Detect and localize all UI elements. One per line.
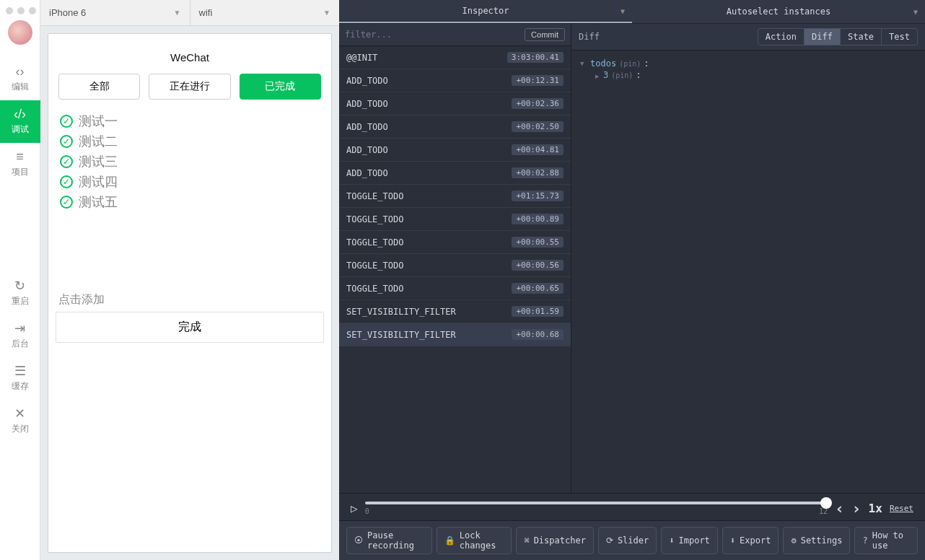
avatar[interactable]	[8, 20, 32, 45]
filter-input[interactable]	[345, 30, 519, 40]
toolbar-button[interactable]: ⌘Dispatcher	[516, 527, 593, 554]
chevron-down-icon: ▼	[174, 9, 181, 17]
seg-action[interactable]: Action	[758, 29, 804, 45]
toolbar-button[interactable]: ?How to use	[854, 527, 918, 554]
action-row[interactable]: TOGGLE_TODO+01:15.73	[339, 185, 571, 208]
tab-autoselect[interactable]: Autoselect instances ▼	[632, 0, 925, 23]
filter-row: Commit	[339, 24, 571, 46]
tab-inspector[interactable]: Inspector ▼	[339, 0, 632, 23]
add-placeholder[interactable]: 点击添加	[56, 292, 324, 312]
sidebar-item-restart[interactable]: ↻ 重启	[0, 272, 40, 315]
tab-label: Inspector	[339, 6, 632, 16]
seg-diff[interactable]: Diff	[804, 29, 840, 45]
action-row[interactable]: TOGGLE_TODO+00:00.55	[339, 231, 571, 254]
tool-icon: ⬇	[669, 535, 674, 546]
tool-icon: ⦿	[354, 535, 363, 546]
device-topbar: iPhone 6 ▼ wifi ▼	[40, 0, 339, 26]
sidebar-item-project[interactable]: ≡ 项目	[0, 143, 40, 185]
todo-item[interactable]: ✓测试二	[60, 131, 320, 152]
todo-item[interactable]: ✓测试一	[60, 111, 320, 131]
action-name: TOGGLE_TODO	[346, 191, 403, 201]
toolbar-button[interactable]: ⬇Export	[722, 527, 779, 554]
play-icon[interactable]: ▷	[351, 502, 358, 515]
action-time: +00:02.50	[512, 121, 564, 132]
sidebar-label: 后台	[12, 338, 29, 350]
sidebar-label: 调试	[12, 123, 29, 136]
action-time: 3:03:00.41	[507, 52, 564, 63]
action-row[interactable]: @@INIT3:03:00.41	[339, 46, 571, 69]
action-time: +00:02.36	[512, 98, 564, 109]
reset-link[interactable]: Reset	[890, 504, 913, 513]
pin-label: (pin)	[611, 71, 633, 79]
menu-icon: ≡	[16, 150, 24, 163]
network-select[interactable]: wifi ▼	[190, 0, 340, 25]
tool-label: Settings	[801, 535, 843, 546]
todo-text: 测试二	[79, 133, 118, 150]
state-tree: ▼ todos (pin): ▼ 3 (pin):	[571, 51, 925, 88]
action-time: +00:02.88	[512, 167, 564, 178]
sidebar-label: 缓存	[12, 380, 29, 393]
next-icon[interactable]: ›	[851, 499, 861, 517]
action-name: @@INIT	[346, 53, 377, 63]
action-row[interactable]: SET_VISIBILITY_FILTER+00:00.68	[339, 323, 571, 346]
tree-node[interactable]: ▼ 3 (pin):	[580, 69, 916, 81]
action-row[interactable]: ADD_TODO+00:02.50	[339, 115, 571, 139]
todo-item[interactable]: ✓测试四	[60, 172, 320, 192]
action-name: TOGGLE_TODO	[346, 284, 403, 294]
timeline-slider[interactable]: 0 12	[365, 502, 828, 515]
code-icon: ‹›	[16, 65, 25, 78]
sidebar-item-debug[interactable]: ‹/› 调试	[0, 100, 40, 143]
sidebar-item-cache[interactable]: ☰ 缓存	[0, 357, 40, 400]
toolbar-button[interactable]: 🔒Lock changes	[437, 527, 512, 554]
action-row[interactable]: ADD_TODO+00:04.81	[339, 139, 571, 162]
action-row[interactable]: TOGGLE_TODO+00:00.56	[339, 254, 571, 277]
action-row[interactable]: ADD_TODO+00:12.31	[339, 69, 571, 92]
action-row[interactable]: ADD_TODO+00:02.88	[339, 162, 571, 185]
sidebar-item-edit[interactable]: ‹› 编辑	[0, 58, 40, 100]
filter-tab-all[interactable]: 全部	[58, 74, 140, 100]
toolbar-button[interactable]: ⚙Settings	[783, 527, 850, 554]
sidebar-item-background[interactable]: ⇥ 后台	[0, 315, 40, 357]
device-select[interactable]: iPhone 6 ▼	[40, 0, 190, 25]
toolbar-button[interactable]: ⬇Import	[661, 527, 718, 554]
tool-icon: ⌘	[524, 535, 529, 546]
toolbar-button[interactable]: ⟳Slider	[598, 527, 657, 554]
action-row[interactable]: TOGGLE_TODO+00:00.65	[339, 277, 571, 300]
tool-icon: ?	[862, 535, 867, 546]
seg-state[interactable]: State	[840, 29, 881, 45]
todo-text: 测试四	[79, 173, 118, 191]
submit-button[interactable]: 完成	[56, 312, 324, 343]
action-name: ADD_TODO	[346, 122, 388, 132]
actions-pane: Commit @@INIT3:03:00.41ADD_TODO+00:12.31…	[339, 24, 571, 493]
close-icon: ✕	[14, 407, 25, 420]
playback-bar: ▷ 0 12 ‹ › 1x Reset	[339, 493, 925, 520]
action-row[interactable]: ADD_TODO+00:02.36	[339, 92, 571, 115]
filter-tab-done[interactable]: 已完成	[240, 74, 321, 100]
phone-frame: WeChat 全部 正在进行 已完成 ✓测试一 ✓测试二 ✓测试三 ✓测试四 ✓…	[48, 33, 332, 553]
toolbar-button[interactable]: ⦿Pause recording	[346, 527, 432, 554]
filter-tab-doing[interactable]: 正在进行	[149, 74, 230, 100]
commit-button[interactable]: Commit	[525, 28, 565, 41]
todo-item[interactable]: ✓测试三	[60, 152, 320, 172]
tree-node[interactable]: ▼ todos (pin):	[580, 58, 916, 69]
sidebar-label: 关闭	[12, 423, 29, 435]
action-row[interactable]: TOGGLE_TODO+00:00.89	[339, 208, 571, 231]
action-name: TOGGLE_TODO	[346, 237, 403, 248]
action-list[interactable]: @@INIT3:03:00.41ADD_TODO+00:12.31ADD_TOD…	[339, 46, 571, 493]
todo-item[interactable]: ✓测试五	[60, 192, 320, 212]
slider-thumb[interactable]	[820, 497, 832, 509]
sidebar-item-close[interactable]: ✕ 关闭	[0, 400, 40, 442]
todo-footer: 点击添加 完成	[56, 292, 324, 343]
background-icon: ⇥	[14, 322, 25, 335]
action-row[interactable]: SET_VISIBILITY_FILTER+00:01.59	[339, 300, 571, 323]
prev-icon[interactable]: ‹	[835, 499, 844, 517]
window-controls[interactable]	[6, 4, 36, 20]
seg-test[interactable]: Test	[881, 29, 917, 45]
sidebar-label: 重启	[12, 295, 29, 307]
devtools-top-tabs: Inspector ▼ Autoselect instances ▼	[339, 0, 925, 23]
chevron-down-icon: ▼	[323, 9, 330, 17]
app-title: WeChat	[56, 51, 324, 64]
playback-speed[interactable]: 1x	[869, 502, 882, 515]
state-title: Diff	[579, 32, 600, 42]
check-circle-icon: ✓	[60, 155, 73, 168]
